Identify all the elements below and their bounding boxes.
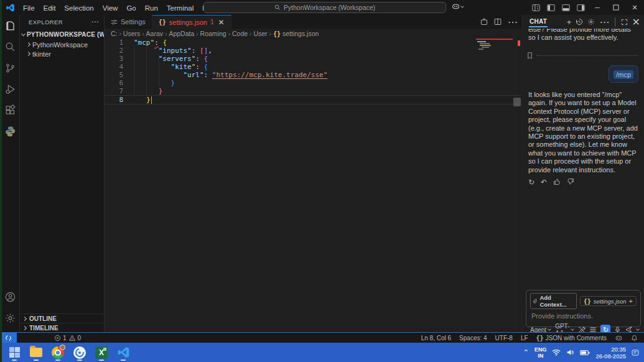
command-center-search[interactable]: PythonWorkspace (Workspace) [203,2,446,13]
close-tab-icon[interactable]: ✕ [218,18,225,27]
tree-item-tkinter[interactable]: tkinter [20,49,104,58]
customize-layout-icon[interactable] [530,0,541,15]
context-file-chip[interactable]: {} settings.json + [580,296,637,306]
explorer-more-actions-icon[interactable]: ⋯ [91,17,99,26]
section-timeline[interactable]: TIMELINE [20,323,104,332]
open-settings-ui-icon[interactable] [480,18,488,26]
workspace-root-row[interactable]: PYTHONWORKSPACE (WORKSP... [20,29,104,40]
menu-view[interactable]: View [98,4,123,12]
new-chat-icon[interactable]: + [567,17,572,27]
section-outline[interactable]: OUTLINE [20,313,104,323]
breadcrumb-item[interactable]: User [253,30,267,37]
indentation[interactable]: Spaces: 4 [459,335,487,341]
split-editor-icon[interactable] [494,18,502,26]
language-mode[interactable]: {} JSON with Comments [536,335,607,341]
menu-selection[interactable]: Selection [60,4,98,12]
explorer-activity-icon[interactable] [0,15,20,36]
breadcrumb-item[interactable]: C: [111,30,118,37]
spiral-app-taskbar-icon[interactable] [72,344,88,361]
breadcrumb-item[interactable]: Users [123,30,140,37]
minimize-button[interactable]: ─ [588,0,607,15]
more-actions-icon[interactable]: ⋯ [508,16,518,28]
breadcrumb-item[interactable]: AppData [169,30,194,37]
python-activity-icon[interactable] [0,121,20,142]
settings-gear-icon[interactable] [0,307,20,328]
excel-taskbar-icon[interactable]: X [93,344,110,361]
scrollbar-thumb[interactable] [513,98,521,106]
toggle-panel-icon[interactable] [560,0,571,15]
code-line-1[interactable]: 1"mcp": { [105,39,521,47]
maximize-button[interactable] [607,0,625,15]
code-editor[interactable]: 1"mcp": {2 "inputs": [],3 "servers": {4 … [105,39,521,332]
tree-item-pythonworkspace[interactable]: PythonWorkspace [20,40,104,49]
code-line-6[interactable]: 6 } [105,79,521,87]
chrome-taskbar-icon[interactable] [50,344,66,361]
add-attachment-icon[interactable]: + [629,297,633,305]
notifications-bell-icon[interactable] [631,335,638,341]
close-button[interactable]: ✕ [625,0,644,15]
tab-settings[interactable]: Settings [105,15,152,29]
undo-icon[interactable]: ↶ [541,178,547,187]
problems-indicator[interactable]: 1 0 [54,335,81,341]
vscode-taskbar-icon[interactable] [115,344,131,361]
search-activity-icon[interactable] [0,36,20,57]
close-panel-icon[interactable]: ✕ [632,16,640,28]
line-number: 8 [105,96,123,104]
copilot-status-icon[interactable] [615,335,623,341]
chat-input-placeholder[interactable]: Provide instructions. [531,312,635,320]
menu-terminal[interactable]: Terminal [162,4,198,12]
menu-edit[interactable]: Edit [39,4,60,12]
breadcrumb-item[interactable]: Roaming [200,30,226,37]
toggle-primary-sidebar-icon[interactable] [545,0,556,15]
add-context-button[interactable]: Add Context... [530,293,577,309]
maximize-panel-icon[interactable] [621,19,628,26]
eol-sequence[interactable]: LF [521,335,528,341]
chat-settings-gear-icon[interactable] [587,18,595,26]
code-line-7[interactable]: 7 } [105,87,521,95]
time: 20:35 [595,346,626,353]
battery-icon[interactable] [580,350,590,356]
breadcrumb-file[interactable]: {}settings.json [273,30,319,37]
start-button[interactable] [6,344,22,361]
language-indicator[interactable]: ENG IN [534,346,547,359]
code-line-4[interactable]: 4 "kite": { [105,63,521,71]
chat-input-box[interactable]: Add Context... {} settings.json + Provid… [526,290,641,327]
accounts-icon[interactable] [0,286,20,307]
file-explorer-taskbar-icon[interactable] [28,344,44,361]
notification-center-icon[interactable] [632,349,639,356]
remote-indicator[interactable] [0,333,17,343]
copilot-button[interactable] [452,2,464,11]
chat-history-icon[interactable] [576,18,583,26]
menu-file[interactable]: File [19,4,39,12]
menu-go[interactable]: Go [122,4,140,12]
menu-bar: FileEditSelectionViewGoRunTerminalHelp [19,2,222,13]
code-line-8[interactable]: 8 } [105,95,521,104]
breadcrumb-item[interactable]: Code [232,30,248,37]
menu-run[interactable]: Run [141,4,162,12]
toggle-secondary-sidebar-icon[interactable] [575,0,586,15]
volume-icon[interactable] [566,349,574,356]
send-options-chevron-icon[interactable] [637,327,640,331]
cursor-position[interactable]: Ln 8, Col 6 [421,335,451,341]
breadcrumb-separator-icon: › [195,30,198,37]
thumbs-down-icon[interactable] [567,178,574,187]
chat-more-actions-icon[interactable]: ⋯ [599,16,609,28]
clock[interactable]: 20:35 26-08-2025 [595,346,626,360]
breadcrumb-item[interactable]: Aarav [146,30,163,37]
thumbs-up-icon[interactable] [553,178,561,187]
line-number: 4 [105,63,123,71]
extensions-activity-icon[interactable] [0,100,20,121]
regenerate-icon[interactable]: ↻ [528,178,534,187]
minimap[interactable] [476,39,513,332]
chat-tab[interactable]: CHAT [529,16,548,27]
tray-expand-icon[interactable]: ⌃ [523,348,529,356]
wifi-icon[interactable] [552,349,561,356]
run-debug-activity-icon[interactable] [0,78,20,100]
code-line-3[interactable]: 3 "servers": { [105,55,521,63]
code-line-2[interactable]: 2 "inputs": [], [105,47,521,55]
encoding[interactable]: UTF-8 [495,335,513,341]
source-control-activity-icon[interactable] [0,57,20,78]
tab-settings-json[interactable]: {} settings.json 1 ✕ [152,15,231,29]
code-line-5[interactable]: 5 "url": "https://mcp.kite.trade/sse" [105,71,521,79]
overview-ruler[interactable] [513,39,521,332]
